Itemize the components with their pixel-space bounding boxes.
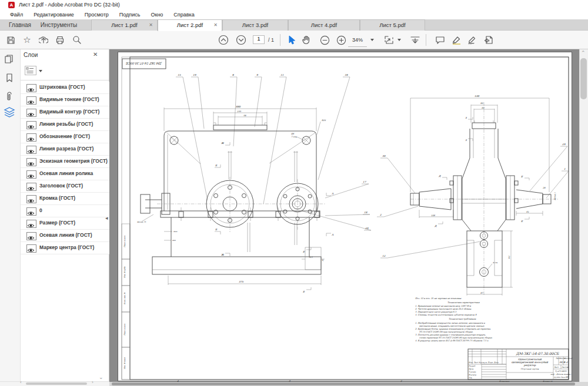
layer-row[interactable]: Кромка (ГОСТ) — [21, 193, 109, 205]
note-line: 1. Вращающий момент на выходном валу 106… — [415, 305, 472, 307]
page-number-field[interactable] — [253, 36, 264, 42]
menu-edit[interactable]: Редактирование — [28, 12, 79, 18]
menu-file[interactable]: Файл — [5, 12, 28, 18]
eye-icon[interactable] — [26, 220, 36, 228]
layer-options-button[interactable] — [25, 66, 36, 75]
fit-width-button[interactable] — [408, 31, 422, 49]
toolbar-divider — [280, 34, 280, 46]
close-panel-icon[interactable]: ✕ — [93, 51, 98, 58]
layer-row[interactable]: Линия разреза (ГОСТ) — [21, 143, 109, 156]
eye-icon[interactable] — [26, 109, 36, 117]
eye-icon[interactable] — [26, 232, 36, 240]
panel-collapse-handle[interactable]: ◂ — [105, 215, 108, 221]
bookmarks-button[interactable] — [5, 73, 14, 85]
star-icon: ☆ — [23, 35, 31, 45]
zoom-level-display[interactable]: 34% — [348, 33, 367, 47]
panel-scroll-right-icon[interactable]: › — [92, 380, 93, 385]
layers-button-active[interactable] — [4, 107, 15, 120]
select-tool-button[interactable] — [286, 31, 298, 49]
layer-row[interactable]: Эскизная геометрия (ГОСТ) — [21, 156, 109, 168]
eye-icon[interactable] — [26, 207, 36, 216]
menu-sign[interactable]: Подпись — [114, 12, 146, 18]
eye-icon[interactable] — [26, 170, 36, 179]
save-button[interactable] — [5, 31, 16, 49]
tab-tools[interactable]: Инструменты — [38, 19, 80, 31]
export-pdf-button[interactable] — [482, 31, 496, 49]
layer-row[interactable]: Маркер центра (ГОСТ) — [21, 242, 109, 254]
page-thumbnails-button[interactable] — [4, 54, 14, 66]
zoom-dropdown-caret[interactable] — [370, 39, 374, 41]
layer-label: Обозначение (ГОСТ) — [39, 133, 90, 139]
layer-label: Маркер центра (ГОСТ) — [39, 244, 94, 250]
previous-page-button[interactable] — [216, 31, 230, 49]
doc-tab-4[interactable]: Лист 4.pdf — [288, 19, 360, 31]
layer-row[interactable]: Заголовок (ГОСТ) — [21, 180, 109, 193]
layer-row[interactable]: Осевая линия ролика — [21, 168, 109, 180]
layer-row[interactable]: Штриховка (ГОСТ) — [21, 82, 109, 94]
layer-row[interactable]: 0 — [21, 205, 109, 217]
comment-button[interactable] — [433, 31, 447, 49]
layer-row[interactable]: Видимые тонкие (ГОСТ) — [21, 94, 109, 106]
panel-scrollbar-thumb[interactable] — [26, 382, 87, 385]
dim: 880 — [236, 105, 240, 108]
horizontal-scrollbar-thumb[interactable] — [112, 382, 575, 385]
menu-help[interactable]: Справка — [168, 12, 199, 18]
layer-label: Размер (ГОСТ) — [39, 220, 75, 226]
doc-tab-1[interactable]: Лист 1.pdf ✕ — [91, 19, 158, 31]
close-tab-icon[interactable]: ✕ — [213, 20, 218, 31]
eye-icon[interactable] — [26, 146, 36, 154]
tab-home[interactable]: Главная — [4, 19, 36, 31]
doc-tab-5[interactable]: Лист 5.pdf — [360, 19, 425, 31]
pdf-page[interactable]: Подп. и дата Инв. № дубл. Взам. инв. № П… — [118, 52, 572, 381]
scroll-up-icon[interactable]: ⌃ — [581, 50, 586, 56]
layer-row[interactable]: Видимый контур (ГОСТ) — [21, 106, 109, 119]
panel-scroll-down-icon[interactable]: ⌄ — [99, 374, 103, 380]
close-tab-icon[interactable]: ✕ — [149, 20, 153, 31]
eye-icon[interactable] — [26, 96, 36, 105]
layer-row[interactable]: Обозначение (ГОСТ) — [21, 131, 109, 143]
panel-scroll-left-icon[interactable]: ‹ — [20, 380, 22, 385]
hand-tool-button[interactable] — [300, 31, 313, 49]
callout: 12 — [382, 254, 386, 257]
title-block-row: Пров. — [469, 368, 474, 370]
dim: 39,5 — [309, 256, 313, 259]
doc-tab-3[interactable]: Лист 3.pdf — [222, 19, 288, 31]
plus-circle-icon — [336, 35, 346, 45]
export-page-icon — [484, 35, 495, 45]
doc-tab-2-active[interactable]: Лист 2.pdf ✕ — [158, 19, 222, 31]
layer-options-caret[interactable] — [39, 70, 42, 72]
fit-page-button[interactable] — [382, 31, 395, 49]
eye-icon[interactable] — [26, 195, 36, 203]
fit-dropdown-caret[interactable] — [397, 39, 401, 41]
attachments-button[interactable] — [5, 92, 14, 105]
doc-tab-label: Лист 4.pdf — [311, 22, 337, 28]
eye-icon[interactable] — [26, 158, 36, 166]
menu-window[interactable]: Окно — [145, 12, 168, 18]
print-button[interactable] — [54, 31, 66, 49]
layer-row[interactable]: Линия резьбы (ГОСТ) — [21, 119, 109, 131]
layer-label: Эскизная геометрия (ГОСТ) — [39, 158, 108, 164]
eye-icon[interactable] — [26, 121, 36, 129]
eye-icon[interactable] — [26, 84, 36, 92]
highlight-button[interactable] — [449, 31, 463, 49]
title-block-cols: Изм. Лист № докум. Подп. Дата — [469, 361, 499, 364]
eye-icon[interactable] — [26, 183, 36, 191]
vertical-scrollbar-thumb[interactable] — [580, 58, 587, 99]
layer-row[interactable]: Осевая линия (ГОСТ) — [21, 230, 109, 242]
search-button[interactable] — [71, 31, 83, 49]
menu-view[interactable]: Просмотр — [79, 12, 114, 18]
eye-icon[interactable] — [26, 133, 36, 142]
zoom-out-button[interactable] — [318, 31, 332, 49]
callout: 2 — [380, 213, 382, 216]
dim: 98 — [243, 115, 246, 117]
zoom-in-button[interactable] — [334, 31, 348, 49]
dim: 60 — [482, 107, 485, 109]
share-button[interactable] — [38, 31, 49, 49]
eye-icon[interactable] — [26, 244, 36, 253]
page-number-input[interactable] — [253, 35, 265, 44]
next-page-button[interactable] — [234, 31, 248, 49]
layer-row[interactable]: Размер (ГОСТ) — [21, 217, 109, 230]
favorites-star-button[interactable]: ☆ — [21, 31, 33, 49]
org-line: группа Зв-н-ИВ — [554, 376, 569, 378]
sign-button[interactable] — [466, 31, 480, 49]
